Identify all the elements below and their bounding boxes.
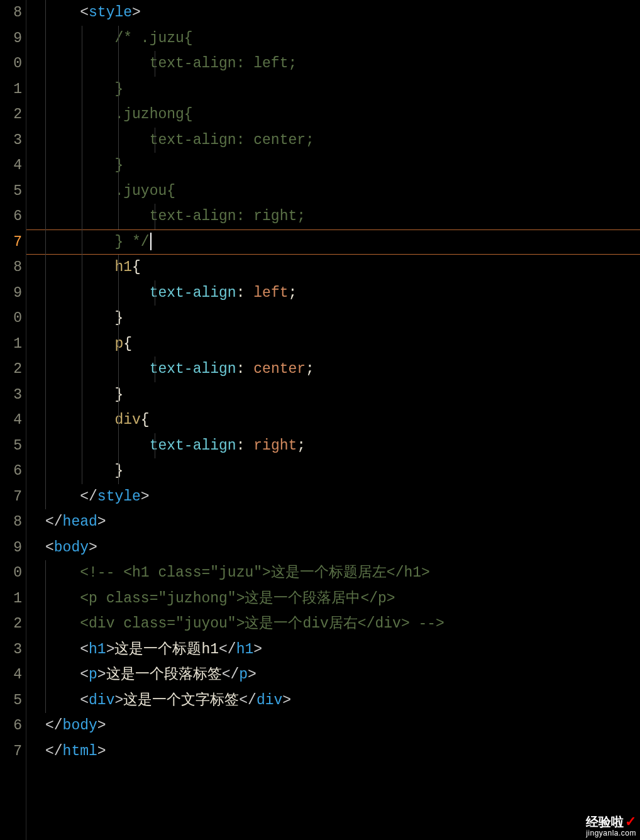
code-token: > — [141, 489, 150, 505]
code-token — [45, 285, 150, 301]
code-line[interactable]: /* .juzu{ — [45, 26, 640, 52]
line-number[interactable]: 1 — [0, 77, 22, 102]
line-number[interactable]: 2 — [0, 611, 22, 637]
code-token: text-align — [150, 438, 236, 454]
code-line[interactable]: } — [45, 77, 640, 102]
code-token — [45, 692, 80, 709]
code-token: : — [236, 438, 254, 454]
code-line[interactable]: text-align: left; — [45, 280, 640, 306]
line-number[interactable]: 9 — [0, 535, 22, 561]
code-line[interactable]: <style> — [45, 0, 640, 26]
code-line[interactable]: } — [45, 382, 640, 408]
line-number[interactable]: 0 — [0, 560, 22, 586]
code-line[interactable]: <div class="juyou">这是一个div居右</div> --> — [45, 611, 640, 637]
code-line[interactable]: h1{ — [45, 255, 640, 280]
code-line[interactable]: .juyou{ — [45, 179, 640, 204]
code-line[interactable]: } — [45, 153, 640, 179]
line-number[interactable]: 2 — [0, 102, 22, 128]
line-number[interactable]: 5 — [0, 433, 22, 459]
code-line[interactable]: p{ — [45, 331, 640, 357]
line-number[interactable]: 1 — [0, 586, 22, 612]
code-line[interactable]: text-align: right; — [45, 204, 640, 229]
code-line[interactable]: <h1>这是一个标题h1</h1> — [45, 637, 640, 663]
code-token: > — [97, 743, 106, 760]
code-token: : — [236, 285, 254, 301]
code-line[interactable]: text-align: right; — [45, 433, 640, 459]
code-token — [45, 106, 114, 123]
code-line[interactable]: <body> — [45, 535, 640, 561]
code-token: /* .juzu{ — [114, 30, 192, 47]
line-number[interactable]: 3 — [0, 637, 22, 663]
line-number[interactable]: 4 — [0, 407, 22, 433]
code-area[interactable]: <style> /* .juzu{ text-align: left; } .j… — [26, 0, 640, 764]
code-line[interactable]: </style> — [45, 484, 640, 510]
code-token: } — [114, 387, 123, 403]
code-token — [45, 565, 80, 581]
line-number[interactable]: 0 — [0, 51, 22, 77]
code-token: text-align: right; — [150, 208, 306, 224]
code-token: div — [114, 412, 140, 428]
line-number[interactable]: 7 — [0, 484, 22, 510]
line-number[interactable]: 3 — [0, 382, 22, 408]
line-number[interactable]: 1 — [0, 331, 22, 357]
code-line[interactable]: } */ — [45, 229, 640, 255]
code-line[interactable]: </head> — [45, 509, 640, 535]
code-token — [45, 132, 150, 148]
code-token: html — [63, 743, 97, 760]
code-line[interactable]: text-align: center; — [45, 128, 640, 153]
code-line[interactable]: <p class="juzhong">这是一个段落居中</p> — [45, 586, 640, 612]
code-line[interactable]: </html> — [45, 739, 640, 765]
code-token: style — [97, 489, 141, 505]
line-number[interactable]: 4 — [0, 153, 22, 179]
line-number[interactable]: 6 — [0, 458, 22, 484]
code-line[interactable]: </body> — [45, 713, 640, 739]
code-line[interactable]: .juzhong{ — [45, 102, 640, 128]
code-token: 这是一个段落标签 — [106, 666, 222, 683]
line-number-gutter[interactable]: 890123456789012345678901234567 — [0, 0, 26, 840]
code-token — [45, 310, 114, 326]
line-number[interactable]: 6 — [0, 713, 22, 739]
line-number[interactable]: 4 — [0, 662, 22, 688]
line-number[interactable]: 5 — [0, 179, 22, 204]
code-line[interactable]: <div>这是一个文字标签</div> — [45, 688, 640, 714]
code-token — [45, 590, 80, 607]
line-number[interactable]: 7 — [0, 229, 22, 255]
code-token: p — [114, 336, 123, 352]
code-token — [45, 336, 114, 352]
code-token: center — [253, 361, 306, 377]
line-number[interactable]: 3 — [0, 128, 22, 153]
code-line[interactable]: text-align: left; — [45, 51, 640, 77]
code-line[interactable]: text-align: center; — [45, 356, 640, 382]
code-token: > — [248, 666, 257, 683]
code-token — [45, 463, 114, 479]
code-token: text-align — [150, 361, 236, 377]
code-token — [45, 157, 114, 174]
line-number[interactable]: 9 — [0, 26, 22, 52]
code-token: </ — [219, 641, 236, 658]
line-number[interactable]: 7 — [0, 739, 22, 765]
code-token: } — [114, 157, 123, 174]
line-number[interactable]: 6 — [0, 204, 22, 229]
code-token: p — [239, 666, 248, 683]
code-token: left — [253, 285, 288, 301]
line-number[interactable]: 8 — [0, 255, 22, 280]
code-token: { — [123, 336, 132, 352]
code-token — [45, 234, 114, 250]
line-number[interactable]: 5 — [0, 688, 22, 714]
line-number[interactable]: 0 — [0, 306, 22, 331]
code-token: .juzhong{ — [114, 106, 192, 123]
code-token: </ — [222, 666, 240, 683]
line-number[interactable]: 2 — [0, 356, 22, 382]
line-number[interactable]: 8 — [0, 0, 22, 26]
line-number[interactable]: 8 — [0, 509, 22, 535]
code-line[interactable]: } — [45, 458, 640, 484]
code-line[interactable]: div{ — [45, 407, 640, 433]
code-line[interactable]: <!-- <h1 class="juzu">这是一个标题居左</h1> — [45, 560, 640, 586]
line-number[interactable]: 9 — [0, 280, 22, 306]
code-line[interactable]: <p>这是一个段落标签</p> — [45, 662, 640, 688]
code-token — [45, 641, 80, 658]
code-token — [45, 81, 114, 97]
code-line[interactable]: } — [45, 306, 640, 331]
code-token: body — [54, 539, 89, 556]
code-token: body — [63, 717, 97, 734]
